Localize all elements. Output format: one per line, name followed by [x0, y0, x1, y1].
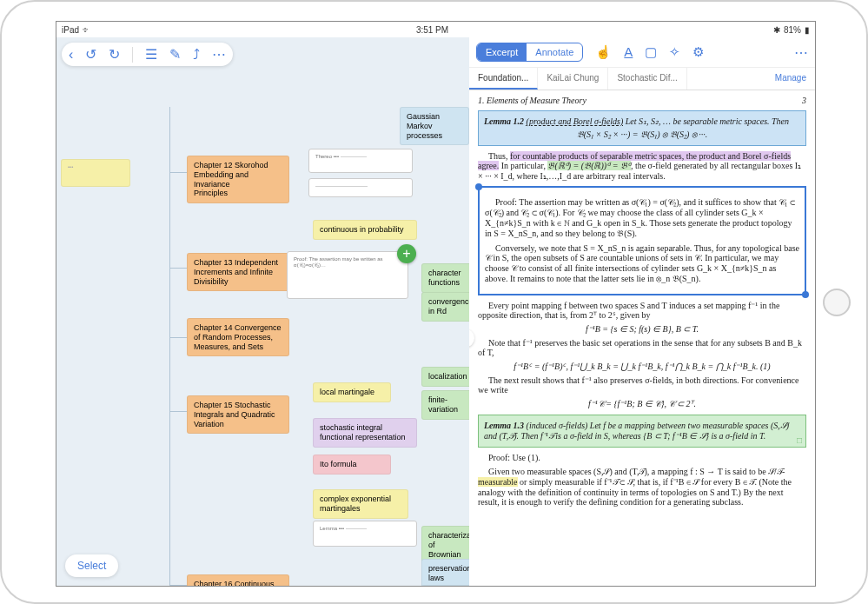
- excerpt-card[interactable]: Thereo ••• ⋯⋯⋯⋯⋯: [308, 149, 413, 173]
- outline-icon[interactable]: ☰: [145, 46, 157, 63]
- node-localmart[interactable]: local martingale: [313, 382, 391, 402]
- equation: f⁻¹𝒞 = {f⁻¹B; B ∈ 𝒞}, 𝒞 ⊂ 2ᵀ.: [478, 399, 806, 409]
- more-icon[interactable]: ⋯: [212, 46, 226, 63]
- paragraph: Given two measurable spaces (S,𝒮) and (T…: [478, 467, 806, 507]
- paragraph: Thus, for countable products of separabl…: [478, 151, 806, 181]
- node-ch13[interactable]: Chapter 13 IndependentIncrements and Inf…: [187, 253, 289, 291]
- node-localization[interactable]: localization: [421, 367, 469, 387]
- crop-icon[interactable]: ▢: [645, 44, 657, 60]
- home-button[interactable]: [823, 289, 851, 316]
- tab-foundation[interactable]: Foundation...: [469, 68, 538, 90]
- paragraph: Every point mapping f between two spaces…: [478, 301, 806, 320]
- document-body[interactable]: ‹ › 1. Elements of Measure Theory 3 Lemm…: [469, 90, 815, 586]
- paragraph: The next result shows that f⁻¹ also pres…: [478, 375, 806, 395]
- node-contprob[interactable]: continuous in probability: [313, 220, 417, 240]
- node-charfn[interactable]: character functions: [421, 263, 469, 293]
- back-icon[interactable]: ‹: [69, 47, 73, 63]
- undo-icon[interactable]: ↺: [85, 46, 96, 63]
- selection-box[interactable]: Proof: The assertion may be written as σ…: [478, 186, 806, 295]
- node-ito[interactable]: Ito formula: [313, 455, 391, 475]
- mode-segment: Excerpt Annotate: [476, 43, 583, 62]
- node-preserv[interactable]: preservation laws: [421, 559, 469, 586]
- excerpt-card[interactable]: Proof: The assertion may be written as σ…: [287, 251, 408, 299]
- text-style-icon[interactable]: A: [624, 44, 633, 60]
- excerpt-card[interactable]: ⋯⋯⋯⋯⋯⋯⋯⋯⋯⋯: [308, 178, 413, 197]
- status-bar: iPad ᯤ 3:51 PM ✱ 81% ▮: [56, 22, 815, 37]
- tab-manage[interactable]: Manage: [766, 68, 815, 90]
- edit-icon[interactable]: ✎: [169, 46, 181, 63]
- note-card[interactable]: •••: [61, 159, 130, 187]
- add-node-button[interactable]: +: [397, 244, 416, 263]
- node-ch15[interactable]: Chapter 15 StochasticIntegrals and Quadr…: [187, 395, 289, 434]
- ipad-frame: iPad ᯤ 3:51 PM ✱ 81% ▮ ‹ ↺ ↻ ☰ ✎ ⤴: [0, 0, 868, 604]
- node-finitevar[interactable]: finite-variation: [421, 390, 469, 420]
- tab-kailai[interactable]: KaiLai Chung: [538, 68, 608, 90]
- clock: 3:51 PM: [416, 25, 448, 35]
- document-pane: Excerpt Annotate ☝ A ▢ ✧ ⚙ ⋯ Foundation.…: [469, 37, 815, 586]
- select-button[interactable]: Select: [65, 554, 118, 577]
- page-number: 3: [802, 96, 806, 105]
- wifi-icon: ᯤ: [83, 25, 91, 35]
- mindmap-toolbar: ‹ ↺ ↻ ☰ ✎ ⤴ ⋯: [62, 43, 233, 66]
- segment-excerpt[interactable]: Excerpt: [477, 43, 527, 61]
- selection-handle[interactable]: [802, 291, 809, 298]
- node-complex[interactable]: complex exponentialmartingales: [313, 489, 408, 519]
- section-title: 1. Elements of Measure Theory: [478, 96, 586, 105]
- node-stochint[interactable]: stochastic integralfunctional representa…: [313, 418, 417, 448]
- battery-label: 81%: [784, 25, 801, 35]
- paragraph: Note that f⁻¹ preserves the basic set op…: [478, 338, 806, 357]
- lasso-icon[interactable]: ✧: [669, 44, 680, 60]
- mindmap-pane[interactable]: ‹ ↺ ↻ ☰ ✎ ⤴ ⋯ Select •••: [56, 37, 469, 586]
- share-icon[interactable]: ⤴: [193, 47, 200, 63]
- lemma-1-3[interactable]: Lemma 1.3 (induced σ-fields) Let f be a …: [478, 415, 806, 448]
- doc-toolbar: Excerpt Annotate ☝ A ▢ ✧ ⚙ ⋯: [469, 37, 815, 68]
- excerpt-card[interactable]: Lemma ••• ⋯⋯⋯⋯: [313, 521, 417, 547]
- battery-icon: ▮: [805, 25, 810, 35]
- equation: f⁻¹Bᶜ = (f⁻¹B)ᶜ, f⁻¹⋃_k B_k = ⋃_k f⁻¹B_k…: [478, 362, 806, 371]
- node-convrd[interactable]: convergence in Rd: [421, 292, 469, 322]
- equation: f⁻¹B = {s ∈ S; f(s) ∈ B}, B ⊂ T.: [478, 324, 806, 334]
- node-limg[interactable]: LimgO+* exp.Limgt...: [421, 585, 469, 586]
- paragraph: Proof: Use (1).: [478, 453, 806, 462]
- document-tabs: Foundation... KaiLai Chung Stochastic Di…: [469, 68, 815, 90]
- node-ch12[interactable]: Chapter 12 SkorohodEmbedding and Invaria…: [187, 156, 289, 203]
- hand-icon[interactable]: ☝: [595, 44, 612, 60]
- settings-icon[interactable]: ⚙: [692, 44, 704, 60]
- node-ch14[interactable]: Chapter 14 Convergenceof Random Processe…: [187, 318, 289, 356]
- redo-icon[interactable]: ↻: [109, 46, 120, 63]
- node-gaussian[interactable]: Gaussian Markovprocesses: [400, 107, 469, 145]
- more-icon[interactable]: ⋯: [794, 44, 808, 61]
- lemma-1-2[interactable]: Lemma 1.2 (product and Borel σ-fields) L…: [478, 110, 806, 146]
- segment-annotate[interactable]: Annotate: [527, 43, 582, 61]
- node-ch16[interactable]: Chapter 16 ContinuousMartingales and Bro…: [187, 574, 289, 586]
- device-label: iPad: [62, 25, 79, 35]
- tab-stochastic[interactable]: Stochastic Dif...: [608, 68, 686, 90]
- selection-handle[interactable]: [475, 183, 482, 190]
- screen: iPad ᯤ 3:51 PM ✱ 81% ▮ ‹ ↺ ↻ ☰ ✎ ⤴: [56, 21, 816, 587]
- page-nav[interactable]: ‹ ›: [469, 329, 474, 348]
- bluetooth-icon: ✱: [773, 25, 780, 35]
